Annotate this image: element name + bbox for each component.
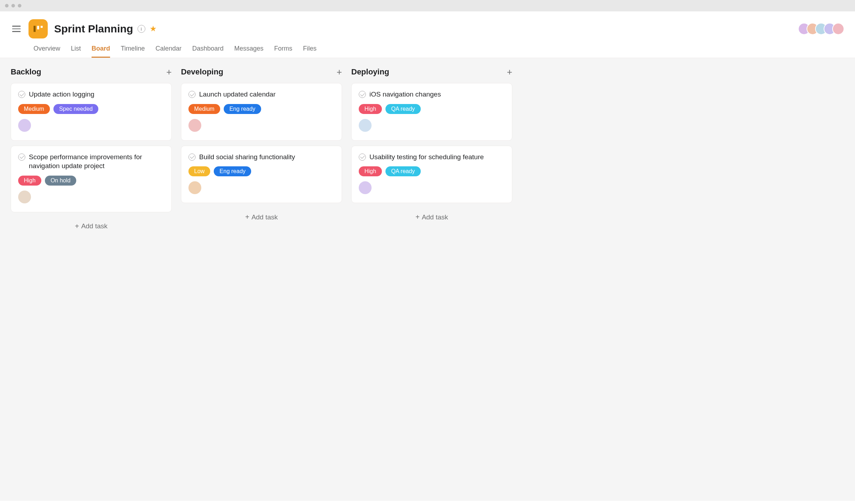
add-task-plus-button[interactable]: + — [507, 67, 512, 77]
add-task-label: Add task — [81, 222, 108, 230]
column-title: Developing — [181, 67, 223, 77]
add-task-plus-button[interactable]: + — [166, 67, 172, 77]
assignee-avatar[interactable] — [18, 191, 31, 203]
tag[interactable]: Spec needed — [53, 104, 98, 114]
task-title: Scope performance improvements for navig… — [29, 152, 164, 171]
add-task-button[interactable]: +Add task — [351, 208, 512, 226]
menu-toggle-button[interactable] — [11, 24, 22, 33]
board-icon — [32, 23, 44, 35]
task-card[interactable]: Scope performance improvements for navig… — [11, 146, 172, 212]
board-view: Backlog+Update action loggingMediumSpec … — [0, 58, 855, 501]
column: Deploying+iOS navigation changesHighQA r… — [351, 67, 512, 235]
tag[interactable]: High — [18, 176, 41, 186]
assignee-avatar[interactable] — [18, 119, 31, 132]
column-title: Deploying — [351, 67, 389, 77]
add-task-button[interactable]: +Add task — [181, 208, 342, 226]
column: Backlog+Update action loggingMediumSpec … — [11, 67, 172, 235]
tab-messages[interactable]: Messages — [234, 45, 264, 58]
tag[interactable]: QA ready — [385, 166, 421, 176]
member-avatar[interactable] — [832, 23, 844, 35]
task-tags: HighQA ready — [359, 166, 505, 176]
window-chrome — [0, 0, 855, 11]
plus-icon: + — [415, 213, 420, 221]
project-icon — [28, 19, 48, 38]
tab-dashboard[interactable]: Dashboard — [192, 45, 223, 58]
traffic-light-close[interactable] — [5, 4, 9, 7]
task-tags: MediumEng ready — [188, 104, 335, 114]
complete-checkbox-icon[interactable] — [359, 154, 366, 161]
project-title: Sprint Planning — [54, 23, 133, 35]
star-icon[interactable]: ★ — [150, 24, 157, 33]
task-tags: HighOn hold — [18, 176, 164, 186]
column-header: Deploying+ — [351, 67, 512, 77]
task-card[interactable]: Usability testing for scheduling feature… — [351, 146, 512, 203]
task-card[interactable]: Build social sharing functionalityLowEng… — [181, 146, 342, 203]
add-task-plus-button[interactable]: + — [337, 67, 342, 77]
tag[interactable]: Medium — [188, 104, 220, 114]
traffic-light-zoom[interactable] — [18, 4, 21, 7]
column-header: Backlog+ — [11, 67, 172, 77]
assignee-avatar[interactable] — [359, 119, 372, 132]
header-top-row: Sprint Planning i ★ — [11, 19, 844, 38]
svg-rect-0 — [33, 26, 36, 32]
tag[interactable]: Eng ready — [224, 104, 261, 114]
info-icon[interactable]: i — [138, 25, 145, 33]
tab-forms[interactable]: Forms — [274, 45, 292, 58]
task-tags: HighQA ready — [359, 104, 505, 114]
task-title: Build social sharing functionality — [199, 152, 295, 162]
task-card[interactable]: Launch updated calendarMediumEng ready — [181, 83, 342, 141]
assignee-avatar[interactable] — [359, 181, 372, 194]
column-title: Backlog — [11, 67, 41, 77]
tab-overview[interactable]: Overview — [33, 45, 60, 58]
complete-checkbox-icon[interactable] — [18, 91, 25, 98]
tag[interactable]: Low — [188, 166, 210, 176]
task-title: Launch updated calendar — [199, 90, 275, 99]
plus-icon: + — [75, 222, 79, 230]
tag[interactable]: High — [359, 104, 382, 114]
tab-timeline[interactable]: Timeline — [121, 45, 145, 58]
tag[interactable]: QA ready — [385, 104, 421, 114]
tab-files[interactable]: Files — [303, 45, 317, 58]
task-title: Update action logging — [29, 90, 94, 99]
tag[interactable]: On hold — [45, 176, 76, 186]
add-task-label: Add task — [422, 213, 448, 221]
task-title: Usability testing for scheduling feature — [369, 152, 484, 162]
task-title: iOS navigation changes — [369, 90, 441, 99]
tab-calendar[interactable]: Calendar — [155, 45, 181, 58]
project-title-wrap: Sprint Planning i ★ — [54, 23, 157, 35]
project-tabs: OverviewListBoardTimelineCalendarDashboa… — [33, 45, 844, 58]
assignee-avatar[interactable] — [188, 181, 201, 194]
member-avatars[interactable] — [802, 23, 844, 35]
column: Developing+Launch updated calendarMedium… — [181, 67, 342, 235]
task-tags: MediumSpec needed — [18, 104, 164, 114]
add-task-button[interactable]: +Add task — [11, 217, 172, 235]
complete-checkbox-icon[interactable] — [188, 91, 196, 98]
complete-checkbox-icon[interactable] — [18, 154, 25, 161]
complete-checkbox-icon[interactable] — [359, 91, 366, 98]
project-header: Sprint Planning i ★ OverviewListBoardTim… — [0, 11, 855, 58]
traffic-light-minimize[interactable] — [11, 4, 15, 7]
task-card[interactable]: iOS navigation changesHighQA ready — [351, 83, 512, 141]
board-columns: Backlog+Update action loggingMediumSpec … — [11, 67, 844, 235]
task-tags: LowEng ready — [188, 166, 335, 176]
tag[interactable]: Eng ready — [214, 166, 251, 176]
tag[interactable]: High — [359, 166, 382, 176]
assignee-avatar[interactable] — [188, 119, 201, 132]
column-header: Developing+ — [181, 67, 342, 77]
tag[interactable]: Medium — [18, 104, 50, 114]
tab-board[interactable]: Board — [92, 45, 110, 58]
complete-checkbox-icon[interactable] — [188, 154, 196, 161]
tab-list[interactable]: List — [71, 45, 81, 58]
svg-rect-2 — [41, 26, 43, 28]
add-task-label: Add task — [252, 213, 278, 221]
svg-rect-1 — [37, 26, 39, 30]
plus-icon: + — [245, 213, 249, 221]
task-card[interactable]: Update action loggingMediumSpec needed — [11, 83, 172, 141]
